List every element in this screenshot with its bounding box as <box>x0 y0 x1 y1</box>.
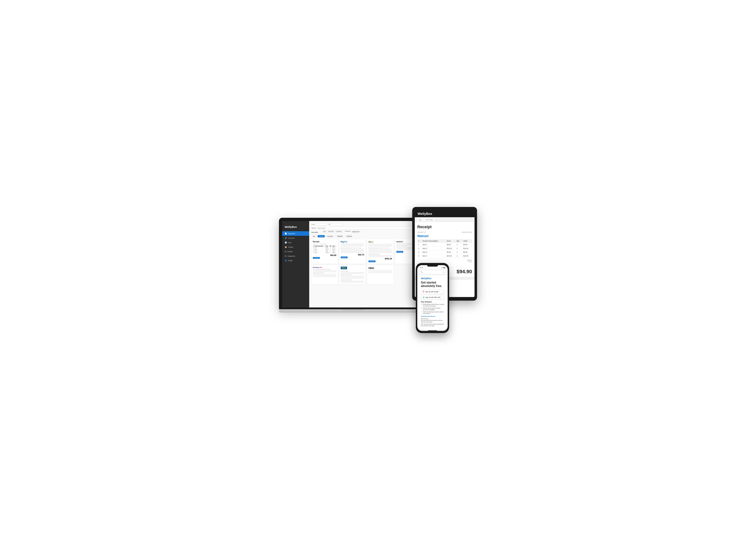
from-input[interactable] <box>315 223 327 225</box>
vendor-row: Vendor <box>312 227 421 229</box>
status-published[interactable]: Published <box>335 235 344 237</box>
to-filter-group: To <box>329 223 342 225</box>
signup-google-btn[interactable]: G Sign Up with Google <box>421 290 444 294</box>
bullet-1: ✓ <box>421 304 422 305</box>
invoice-date-label: INVOICE DATE <box>462 231 472 233</box>
tablet-receipt-title: Receipt <box>417 224 472 229</box>
sidebar-item-expenses[interactable]: 📄 Expenses <box>282 231 309 236</box>
tab-business[interactable]: Business <box>327 230 334 233</box>
subtotal-row: Subtotal Taxes <box>417 259 472 263</box>
ebay-logo: ebay <box>368 241 392 243</box>
microsoft-icon: ⊞ <box>423 296 424 298</box>
status-any[interactable]: Any <box>312 235 317 237</box>
uber-logo: Uber <box>368 267 392 269</box>
scene: WellyBox 📄 Expenses 🔗 Accounts 🔄 Sync <box>279 207 477 333</box>
receipts-grid: Receipt INVOICE TO INVOICE DATE #Product… <box>312 239 421 284</box>
sidebar-item-sync[interactable]: 🔄 Sync <box>282 240 309 245</box>
why-item-2: ✓ Connect all the inboxes & bank account… <box>421 307 444 311</box>
download-btn-1[interactable]: Download <box>313 257 320 259</box>
receipt-total-1: $94.90 <box>313 254 336 256</box>
vendor-input[interactable] <box>317 227 421 229</box>
status-inprocess[interactable]: In process <box>325 235 334 237</box>
invoice-to-label: INVOICE TO <box>417 231 426 233</box>
receipt-card-2: PayPal PRODUCT DESCRIPTION PRICE QTY TOT… <box>339 239 366 264</box>
sidebar-item-accounts[interactable]: 🔗 Accounts <box>282 236 309 240</box>
paypal-logo: PayPal <box>341 241 364 243</box>
entities-icon: ☰ <box>285 250 286 252</box>
categories-icon: ⚙ <box>285 255 286 257</box>
expenses-icon: 📄 <box>285 232 287 234</box>
receipt-total-2: $92.74 <box>341 254 364 256</box>
phone-time: 10:10 <box>420 267 423 268</box>
accounts-label: Accounts <box>312 231 321 233</box>
category-label: Category <box>345 230 350 233</box>
phone: 10:10 ▲ ◼ ▓ 🔍 ≡ WellyBox Get startedabso… <box>416 263 449 333</box>
sidebar-item-portals[interactable]: 🏠 Portals <box>282 245 309 249</box>
laptop-logo: WellyBox <box>282 224 309 231</box>
walmart-logo: Walmart <box>417 234 472 238</box>
download-btn-3[interactable]: Download <box>368 260 375 262</box>
sidebar-item-categories[interactable]: ⚙ Categories <box>282 254 309 258</box>
filters-row: From To <box>312 223 421 225</box>
to-label: To <box>329 223 330 225</box>
signup-office-label: Sign Up with Office 365 <box>425 297 440 298</box>
from-filter-group: From <box>312 223 327 225</box>
tab-any[interactable]: Any <box>322 230 327 233</box>
receipt-card-6: IKEA COMPANY NAME PRODUCT DESCRIPTION TE… <box>339 265 366 284</box>
phone-brand: WellyBox <box>421 277 444 280</box>
why-item-1: ✓ Automatically collects all your receip… <box>421 304 444 307</box>
sync-icon: 🔄 <box>285 241 287 243</box>
bullet-2: ✓ <box>421 307 422 309</box>
trust-item-1: We work with all the top-level & best-in… <box>421 320 444 323</box>
laptop-base <box>279 309 427 313</box>
table-row: 1 Item 1 $5.90 1 $4.90 <box>417 243 472 247</box>
why-title: Why WellyBox <box>421 301 444 303</box>
phone-status-icons: ▲ ◼ ▓ <box>441 267 445 268</box>
tablet-top-bar: WellyBox <box>415 210 474 217</box>
download-btn-2[interactable]: Download <box>341 256 348 258</box>
sidebar-item-entities[interactable]: ☰ Entities <box>282 249 309 254</box>
laptop-sidebar: WellyBox 📄 Expenses 🔗 Accounts 🔄 Sync <box>282 221 309 308</box>
portals-icon: 🏠 <box>285 246 287 248</box>
category-select[interactable]: Select One ▾ <box>351 230 360 233</box>
laptop-screen-inner: WellyBox 📄 Expenses 🔗 Accounts 🔄 Sync <box>282 221 424 308</box>
phone-search-bar[interactable]: 🔍 ≡ <box>419 270 446 274</box>
signup-office-btn[interactable]: ⊞ Sign Up with Office 365 <box>421 295 444 300</box>
accounts-icon: 🔗 <box>285 237 287 239</box>
tab-personal[interactable]: Personal <box>335 230 342 233</box>
laptop-screen-outer: WellyBox 📄 Expenses 🔗 Accounts 🔄 Sync <box>279 218 427 309</box>
receipt-card-5: Booking.com PLACING ADVERTISEMENT SPACE … <box>312 265 338 284</box>
why-item-3: ✓ Track and manage expenses without manu… <box>421 311 444 314</box>
bullet-3: ✓ <box>421 311 422 313</box>
table-row: 4 Item 4 $15.00 1 $10.00 <box>417 254 472 258</box>
to-input[interactable] <box>331 223 342 225</box>
receipt-title-1: Receipt <box>313 241 336 243</box>
phone-headline: Get startedabsolutely free. <box>421 281 444 288</box>
google-icon: G <box>423 291 424 293</box>
menu-icon: ≡ <box>443 271 444 273</box>
laptop-notch <box>342 309 364 311</box>
laptop: WellyBox 📄 Expenses 🔗 Accounts 🔄 Sync <box>279 218 427 313</box>
phone-notch <box>427 265 438 267</box>
receipt-total-3: $592.28 <box>368 258 392 260</box>
receipt-table-1: #Product DescriptionPriceQtyTotal 1Item … <box>313 245 336 253</box>
download-btn-4[interactable]: Download <box>396 251 403 253</box>
status-review[interactable]: Review <box>317 235 325 237</box>
table-row: 3 Item 3 $5.00 1 $5.00 <box>417 250 472 254</box>
status-irrelevant[interactable]: Irrelevant <box>345 235 353 237</box>
trust-subtitle: We will never: <box>421 318 444 320</box>
sidebar-item-profile[interactable]: 👤 Profile <box>282 258 309 263</box>
phone-outer: 10:10 ▲ ◼ ▓ 🔍 ≡ WellyBox Get startedabso… <box>416 263 449 333</box>
trust-item-2: We never share your private data without… <box>421 323 444 327</box>
phone-content: WellyBox Get startedabsolutely free. G S… <box>418 275 446 329</box>
phone-home-bar <box>428 330 437 331</box>
receipt-card-1: Receipt INVOICE TO INVOICE DATE #Product… <box>312 239 338 264</box>
receipt-card-7: Uber <box>367 265 394 284</box>
signup-google-label: Sign Up with Google <box>425 291 439 293</box>
vendor-label: Vendor <box>312 227 316 229</box>
accounts-row: Accounts Any Business Personal Category … <box>312 230 421 234</box>
ikea-logo: IKEA <box>341 267 347 269</box>
tablet-invoice-header: INVOICE TO INVOICE DATE <box>417 231 472 233</box>
from-label: From <box>312 223 315 225</box>
receipt-card-3: ebay PRODUCT DESCRIPTION PRICE QTY TOTAL… <box>367 239 394 264</box>
